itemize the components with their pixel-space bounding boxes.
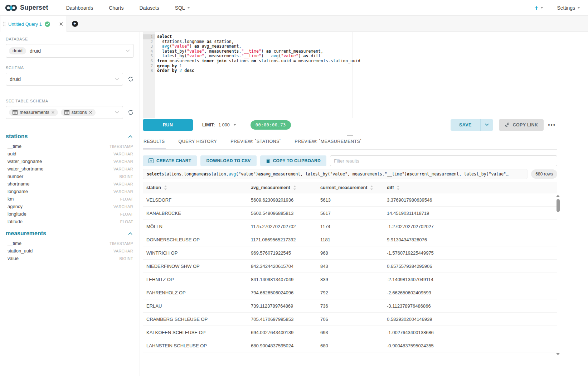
save-button[interactable]: SAVE: [451, 119, 480, 131]
schema-section-header[interactable]: stations: [6, 133, 134, 140]
scroll-down-icon[interactable]: [556, 353, 560, 355]
editor-code[interactable]: select stations.longname as station, avg…: [155, 32, 557, 118]
schema-label: SCHEMA: [6, 66, 134, 70]
nav-item-charts[interactable]: Charts: [109, 5, 123, 11]
nav-item-sql[interactable]: SQL: [175, 5, 190, 11]
chevron-down-icon: [540, 7, 543, 9]
sidebar-divider: [6, 93, 134, 93]
table-cell: -3.112378976486866: [383, 299, 557, 312]
table-schema-select[interactable]: measurementsstations: [6, 106, 123, 119]
column-header-current-measurement[interactable]: current_measurement: [317, 182, 383, 193]
table-row[interactable]: WINTRICH OP969.576071922545968-1.5760719…: [143, 246, 557, 260]
limit-dropdown[interactable]: LIMIT: 1 000: [202, 122, 236, 127]
scrollbar-thumb[interactable]: [557, 199, 560, 212]
schema-section-title: measurements: [6, 230, 46, 237]
refresh-schema-icon[interactable]: [127, 76, 134, 82]
close-tab-icon[interactable]: [59, 22, 63, 26]
table-cell: ERLAU: [143, 299, 247, 312]
query-tab[interactable]: Untitled Query 1: [0, 16, 67, 32]
south-tabs: RESULTSQUERY HISTORYPREVIEW: `STATIONS`P…: [143, 138, 557, 150]
nav-item-label: Datasets: [139, 5, 159, 11]
database-select[interactable]: druid druid: [6, 44, 134, 58]
column-header-avg-measurement[interactable]: avg_measurement: [247, 182, 317, 193]
column-name: __time: [8, 144, 21, 149]
code-line: latest_by("value", measurements."__time"…: [157, 54, 557, 59]
column-header-label: current_measurement: [320, 185, 367, 190]
sql-token: latest_by(: [157, 49, 187, 54]
table-row[interactable]: VELSDORF5609.62309820193656133.376901798…: [143, 193, 557, 207]
table-cell: 705.4170697995853: [247, 313, 317, 326]
table-row[interactable]: LAHNSTEIN SCHLEUSE OP680.900483759502468…: [143, 339, 557, 352]
code-line: group by 1: [157, 64, 557, 69]
sort-icon: [293, 185, 296, 190]
sql-token: stations.longname: [157, 39, 206, 44]
refresh-tables-icon[interactable]: [127, 109, 134, 116]
nav-item-dashboards[interactable]: Dashboards: [66, 5, 93, 11]
limit-label: LIMIT:: [202, 122, 215, 127]
schema-section-measurements: measurements__timeTIMESTAMPstation_uuidV…: [6, 230, 134, 262]
scroll-up-icon[interactable]: [556, 195, 560, 197]
column-row: longitudeFLOAT: [8, 210, 133, 218]
copy-to-clipboard-button[interactable]: COPY TO CLIPBOARD: [260, 155, 326, 166]
column-header-diff[interactable]: diff: [383, 182, 557, 193]
more-options-icon[interactable]: •••: [548, 122, 556, 128]
sql-token: "value": [172, 44, 189, 49]
pane-splitter[interactable]: [143, 132, 557, 138]
tab-query-history[interactable]: QUERY HISTORY: [178, 138, 218, 149]
executed-query-preview[interactable]: select stations.longname as station, avg…: [143, 169, 528, 179]
button-label: DOWNLOAD TO CSV: [206, 158, 251, 163]
table-cell: 5613: [317, 193, 383, 206]
run-button[interactable]: RUN: [143, 119, 193, 131]
sql-token: ): [189, 44, 194, 49]
sql-editor[interactable]: 12345678 select stations.longname as sta…: [143, 32, 557, 118]
table-icon: [13, 110, 18, 115]
query-tab-label: Untitled Query 1: [8, 21, 42, 27]
table-cell: -2.1409813407049114: [383, 273, 557, 286]
table-row[interactable]: CRAMBERG SCHLEUSE OP705.4170697995853706…: [143, 313, 557, 326]
create-chart-button[interactable]: CREATE CHART: [143, 155, 197, 166]
table-row[interactable]: KALKOFEN SCHLEUSE OP694.0027643400139693…: [143, 326, 557, 339]
download-to-csv-button[interactable]: DOWNLOAD TO CSV: [200, 155, 256, 166]
table-cell: 736: [317, 299, 383, 312]
table-cell: 706: [317, 313, 383, 326]
table-row[interactable]: LEHNITZ OP841.1409813407049839-2.1409813…: [143, 273, 557, 286]
schema-select[interactable]: druid: [6, 73, 123, 86]
superset-logo[interactable]: Superset: [5, 4, 48, 12]
table-row[interactable]: KANALBRÜCKE5602.548096885813561714.45190…: [143, 207, 557, 220]
table-row[interactable]: MÖLLN1175.27027027027021174-1.2702702702…: [143, 220, 557, 233]
schema-section-header[interactable]: measurements: [6, 230, 134, 237]
save-options-button[interactable]: [480, 119, 493, 131]
column-header-station[interactable]: station: [143, 182, 247, 193]
table-chip-stations[interactable]: stations: [61, 109, 96, 116]
copy-link-button[interactable]: COPY LINK: [499, 119, 544, 131]
sql-token: , measurements.: [204, 53, 242, 58]
tab-preview-measurements[interactable]: PREVIEW: `MEASUREMENTS`: [294, 138, 362, 149]
column-type: FLOAT: [120, 212, 133, 216]
table-row[interactable]: FAHRENHOLZ OP794.6626506024096792-2.6626…: [143, 286, 557, 299]
sql-token: current_measurement,: [271, 49, 323, 54]
sql-token: on: [251, 58, 256, 63]
nav-item-datasets[interactable]: Datasets: [139, 5, 159, 11]
add-tab-icon: +: [72, 21, 78, 27]
table-cell: LEHNITZ OP: [143, 273, 247, 286]
new-item-button[interactable]: +: [534, 4, 543, 12]
results-scrollbar[interactable]: [556, 195, 560, 355]
schema-columns: __timeTIMESTAMPstation_uuidVARCHARvalueB…: [6, 240, 134, 262]
remove-table-icon: [52, 111, 54, 114]
table-row[interactable]: ERLAU739.1123789764869736-3.112378976486…: [143, 299, 557, 313]
tab-preview-stations[interactable]: PREVIEW: `STATIONS`: [230, 138, 282, 149]
table-cell: 5617: [317, 207, 383, 220]
settings-menu[interactable]: Settings: [557, 5, 580, 11]
add-tab-button[interactable]: +: [67, 16, 83, 32]
sql-token: desc: [184, 68, 194, 73]
table-cell: 9.91304347826076: [383, 233, 557, 246]
column-row: kmFLOAT: [8, 195, 133, 203]
column-type: FLOAT: [120, 220, 133, 224]
table-row[interactable]: NIEDERFINOW SHW OP842.34244206157048430.…: [143, 260, 557, 273]
sort-icon: [164, 185, 167, 190]
table-row[interactable]: DONNERSCHLEUSE OP1171.086956521739211819…: [143, 233, 557, 246]
tab-results[interactable]: RESULTS: [143, 138, 166, 149]
filter-results-input[interactable]: [330, 155, 557, 166]
table-cell: KANALBRÜCKE: [143, 207, 247, 220]
table-chip-measurements[interactable]: measurements: [9, 109, 58, 116]
